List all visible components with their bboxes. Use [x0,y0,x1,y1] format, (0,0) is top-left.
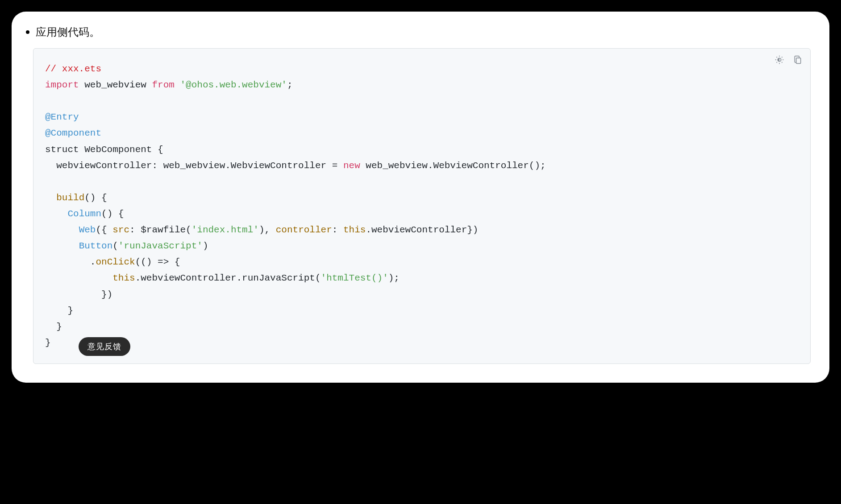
code-kw-from: from [152,80,174,90]
code-annotation-entry: @Entry [45,112,79,122]
bullet-item: 应用侧代码。 [30,24,811,40]
code-ctrl-ref: .webviewController}) [366,225,478,235]
code-content: // xxx.ets import web_webview from '@oho… [45,61,799,351]
code-ctrl-colon: : [332,225,343,235]
code-web-open: ({ [96,225,112,235]
code-struct-line: struct WebComponent { [45,145,163,155]
feedback-label: 意见反馈 [87,342,121,351]
code-runjs-this: this [112,273,135,283]
code-src-colon: : $rawfile( [129,225,192,235]
code-toolbar [774,55,802,65]
code-kw-import: import [45,80,79,90]
code-runjs-mid: .webviewController.runJavaScript( [135,273,321,283]
code-src-str: 'index.html' [192,225,259,235]
code-column-open: () { [101,209,124,219]
code-button-name: Button [79,241,113,251]
code-comment: // xxx.ets [45,64,101,74]
code-build-open: () { [84,193,107,203]
code-brace-struct: } [45,338,51,348]
feedback-button[interactable]: 意见反馈 [79,337,130,356]
code-ctrl-decl-b: web_webview.WebviewController(); [360,161,546,171]
code-button-open: ( [112,241,118,251]
code-ctrl-attr: controller [276,225,332,235]
bullet-text: 应用侧代码。 [36,24,100,40]
code-onclick-open: (() => { [135,257,180,267]
code-brace-column: } [45,306,73,316]
code-ctrl-decl-a: webviewController: web_webview.WebviewCo… [45,161,343,171]
code-brace-onclick: }) [45,289,112,300]
code-button-str: 'runJavaScript' [118,241,203,251]
code-this-kw: this [343,225,366,235]
svg-rect-1 [796,58,801,64]
code-brace-build: } [45,322,62,332]
code-runjs-end: ); [388,273,400,283]
code-onclick-name: onClick [96,257,135,267]
code-web-name: Web [79,225,96,235]
code-src-attr: src [112,225,129,235]
code-button-close: ) [203,241,208,251]
copy-icon[interactable] [793,55,802,65]
code-block: // xxx.ets import web_webview from '@oho… [33,48,811,364]
code-runjs-str: 'htmlTest()' [321,273,388,283]
code-import-path: '@ohos.web.webview' [180,80,287,90]
bullet-dot-icon [26,30,29,34]
code-build-name: build [56,193,84,203]
content-card: 应用侧代码。 // xxx.ets import web_webview fro… [12,12,829,383]
code-annotation-component: @Component [45,128,101,138]
code-column-name: Column [67,209,101,219]
code-import-name: web_webview [79,80,152,90]
code-src-after: ), [259,225,276,235]
theme-toggle-icon[interactable] [774,55,784,65]
code-kw-new: new [343,161,360,171]
